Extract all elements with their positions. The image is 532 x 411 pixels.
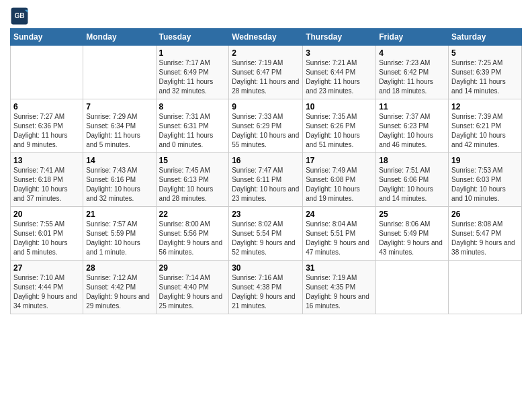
day-info: Sunrise: 7:53 AM Sunset: 6:03 PM Dayligh… <box>451 166 519 203</box>
day-number: 6 <box>13 102 80 111</box>
day-info: Sunrise: 7:31 AM Sunset: 6:31 PM Dayligh… <box>159 112 226 150</box>
day-number: 19 <box>451 156 519 165</box>
day-info: Sunrise: 7:14 AM Sunset: 4:40 PM Dayligh… <box>159 273 226 311</box>
day-number: 16 <box>232 156 300 165</box>
day-info: Sunrise: 7:55 AM Sunset: 6:01 PM Dayligh… <box>13 220 80 257</box>
day-number: 15 <box>159 156 226 165</box>
calendar-cell: 30Sunrise: 7:16 AM Sunset: 4:38 PM Dayli… <box>229 261 303 314</box>
day-info: Sunrise: 7:33 AM Sunset: 6:29 PM Dayligh… <box>232 112 300 150</box>
day-info: Sunrise: 7:21 AM Sunset: 6:44 PM Dayligh… <box>306 58 373 96</box>
calendar-cell: 15Sunrise: 7:45 AM Sunset: 6:13 PM Dayli… <box>156 153 229 207</box>
calendar-cell: 13Sunrise: 7:41 AM Sunset: 6:18 PM Dayli… <box>11 153 83 207</box>
day-number: 30 <box>232 263 300 273</box>
calendar-cell: 9Sunrise: 7:33 AM Sunset: 6:29 PM Daylig… <box>229 99 303 153</box>
header-day-monday: Monday <box>83 29 156 46</box>
page: GB SundayMondayTuesdayWednesdayThursdayF… <box>0 0 532 320</box>
week-row-3: 13Sunrise: 7:41 AM Sunset: 6:18 PM Dayli… <box>11 153 522 207</box>
header: GB <box>10 7 522 26</box>
day-info: Sunrise: 7:45 AM Sunset: 6:13 PM Dayligh… <box>159 166 226 203</box>
day-info: Sunrise: 8:08 AM Sunset: 5:47 PM Dayligh… <box>451 220 519 257</box>
calendar-cell: 6Sunrise: 7:27 AM Sunset: 6:36 PM Daylig… <box>11 99 83 153</box>
day-number: 13 <box>13 156 80 165</box>
day-info: Sunrise: 7:27 AM Sunset: 6:36 PM Dayligh… <box>13 112 80 150</box>
calendar-cell: 5Sunrise: 7:25 AM Sunset: 6:39 PM Daylig… <box>449 46 522 99</box>
day-number: 31 <box>306 263 373 273</box>
day-number: 29 <box>159 263 226 273</box>
week-row-4: 20Sunrise: 7:55 AM Sunset: 6:01 PM Dayli… <box>11 207 522 261</box>
calendar-cell: 2Sunrise: 7:19 AM Sunset: 6:47 PM Daylig… <box>229 46 303 99</box>
day-info: Sunrise: 7:10 AM Sunset: 4:44 PM Dayligh… <box>13 273 80 311</box>
day-number: 18 <box>379 156 445 165</box>
day-number: 9 <box>232 102 300 111</box>
calendar-cell: 23Sunrise: 8:02 AM Sunset: 5:54 PM Dayli… <box>229 207 303 261</box>
header-day-wednesday: Wednesday <box>229 29 303 46</box>
logo: GB <box>10 7 30 26</box>
header-row: SundayMondayTuesdayWednesdayThursdayFrid… <box>11 29 522 46</box>
day-info: Sunrise: 8:00 AM Sunset: 5:56 PM Dayligh… <box>159 220 226 257</box>
day-info: Sunrise: 7:19 AM Sunset: 4:35 PM Dayligh… <box>306 273 373 311</box>
calendar-cell: 16Sunrise: 7:47 AM Sunset: 6:11 PM Dayli… <box>229 153 303 207</box>
calendar-cell: 10Sunrise: 7:35 AM Sunset: 6:26 PM Dayli… <box>303 99 376 153</box>
day-info: Sunrise: 7:47 AM Sunset: 6:11 PM Dayligh… <box>232 166 300 203</box>
calendar-cell: 12Sunrise: 7:39 AM Sunset: 6:21 PM Dayli… <box>449 99 522 153</box>
calendar-cell: 31Sunrise: 7:19 AM Sunset: 4:35 PM Dayli… <box>303 261 376 314</box>
calendar-cell: 25Sunrise: 8:06 AM Sunset: 5:49 PM Dayli… <box>376 207 449 261</box>
day-info: Sunrise: 7:19 AM Sunset: 6:47 PM Dayligh… <box>232 58 300 96</box>
day-info: Sunrise: 8:06 AM Sunset: 5:49 PM Dayligh… <box>379 220 445 257</box>
calendar-cell: 17Sunrise: 7:49 AM Sunset: 6:08 PM Dayli… <box>303 153 376 207</box>
calendar-cell: 29Sunrise: 7:14 AM Sunset: 4:40 PM Dayli… <box>156 261 229 314</box>
day-info: Sunrise: 7:17 AM Sunset: 6:49 PM Dayligh… <box>159 58 226 96</box>
day-info: Sunrise: 7:35 AM Sunset: 6:26 PM Dayligh… <box>306 112 373 150</box>
day-number: 5 <box>451 48 519 58</box>
day-number: 27 <box>13 263 80 273</box>
calendar-cell: 24Sunrise: 8:04 AM Sunset: 5:51 PM Dayli… <box>303 207 376 261</box>
svg-text:GB: GB <box>14 12 24 19</box>
day-number: 23 <box>232 210 300 219</box>
day-number: 20 <box>13 210 80 219</box>
header-day-sunday: Sunday <box>11 29 83 46</box>
day-info: Sunrise: 7:57 AM Sunset: 5:59 PM Dayligh… <box>86 220 152 257</box>
day-number: 17 <box>306 156 373 165</box>
day-info: Sunrise: 7:37 AM Sunset: 6:23 PM Dayligh… <box>379 112 445 150</box>
day-number: 24 <box>306 210 373 219</box>
day-number: 25 <box>379 210 445 219</box>
header-day-thursday: Thursday <box>303 29 376 46</box>
calendar-cell: 14Sunrise: 7:43 AM Sunset: 6:16 PM Dayli… <box>83 153 156 207</box>
calendar-cell: 28Sunrise: 7:12 AM Sunset: 4:42 PM Dayli… <box>83 261 156 314</box>
day-info: Sunrise: 7:25 AM Sunset: 6:39 PM Dayligh… <box>451 58 519 96</box>
calendar-cell: 3Sunrise: 7:21 AM Sunset: 6:44 PM Daylig… <box>303 46 376 99</box>
calendar-cell: 8Sunrise: 7:31 AM Sunset: 6:31 PM Daylig… <box>156 99 229 153</box>
calendar-cell: 11Sunrise: 7:37 AM Sunset: 6:23 PM Dayli… <box>376 99 449 153</box>
header-day-tuesday: Tuesday <box>156 29 229 46</box>
day-info: Sunrise: 7:41 AM Sunset: 6:18 PM Dayligh… <box>13 166 80 203</box>
calendar-cell: 19Sunrise: 7:53 AM Sunset: 6:03 PM Dayli… <box>449 153 522 207</box>
day-info: Sunrise: 7:39 AM Sunset: 6:21 PM Dayligh… <box>451 112 519 150</box>
calendar-cell: 22Sunrise: 8:00 AM Sunset: 5:56 PM Dayli… <box>156 207 229 261</box>
calendar-cell: 7Sunrise: 7:29 AM Sunset: 6:34 PM Daylig… <box>83 99 156 153</box>
day-number: 12 <box>451 102 519 111</box>
day-number: 3 <box>306 48 373 58</box>
day-info: Sunrise: 7:16 AM Sunset: 4:38 PM Dayligh… <box>232 273 300 311</box>
day-info: Sunrise: 8:02 AM Sunset: 5:54 PM Dayligh… <box>232 220 300 257</box>
calendar-cell <box>11 46 83 99</box>
calendar-cell <box>376 261 449 314</box>
day-number: 1 <box>159 48 226 58</box>
week-row-1: 1Sunrise: 7:17 AM Sunset: 6:49 PM Daylig… <box>11 46 522 99</box>
calendar-cell <box>83 46 156 99</box>
day-number: 14 <box>86 156 152 165</box>
day-info: Sunrise: 7:49 AM Sunset: 6:08 PM Dayligh… <box>306 166 373 203</box>
day-number: 22 <box>159 210 226 219</box>
day-number: 21 <box>86 210 152 219</box>
day-number: 26 <box>451 210 519 219</box>
week-row-2: 6Sunrise: 7:27 AM Sunset: 6:36 PM Daylig… <box>11 99 522 153</box>
header-day-friday: Friday <box>376 29 449 46</box>
calendar-cell <box>449 261 522 314</box>
day-info: Sunrise: 7:51 AM Sunset: 6:06 PM Dayligh… <box>379 166 445 203</box>
calendar-cell: 18Sunrise: 7:51 AM Sunset: 6:06 PM Dayli… <box>376 153 449 207</box>
day-info: Sunrise: 7:23 AM Sunset: 6:42 PM Dayligh… <box>379 58 445 96</box>
day-info: Sunrise: 8:04 AM Sunset: 5:51 PM Dayligh… <box>306 220 373 257</box>
calendar-table: SundayMondayTuesdayWednesdayThursdayFrid… <box>10 28 522 314</box>
calendar-cell: 20Sunrise: 7:55 AM Sunset: 6:01 PM Dayli… <box>11 207 83 261</box>
day-number: 11 <box>379 102 445 111</box>
calendar-cell: 26Sunrise: 8:08 AM Sunset: 5:47 PM Dayli… <box>449 207 522 261</box>
